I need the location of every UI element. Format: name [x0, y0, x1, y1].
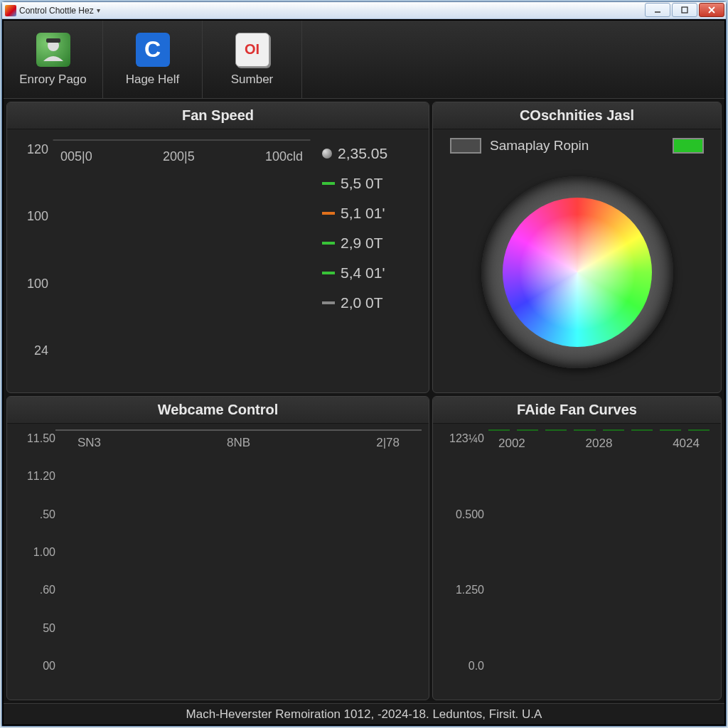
- panel-fan-speed: Fan Speed 12010010024 005|0200|5100cld: [6, 102, 429, 393]
- fan-curve-bar[interactable]: [545, 429, 567, 431]
- fan-curve-bar[interactable]: [517, 429, 538, 431]
- legend-row: 2,0 0T: [322, 294, 422, 311]
- avatar-icon: [36, 33, 70, 67]
- fan-speed-chart[interactable]: 005|0200|5100cld: [53, 139, 311, 141]
- svg-rect-2: [46, 38, 60, 43]
- legend-swatch-1[interactable]: [450, 138, 481, 154]
- close-button[interactable]: [699, 3, 724, 17]
- app-body: Enrory Pago C Hage Helf OI Sumber Fan Sp…: [2, 19, 726, 726]
- toolbar-item-2[interactable]: OI Sumber: [203, 21, 302, 98]
- titlebar[interactable]: Control Chottle Hez ▾: [2, 2, 726, 19]
- panel-title: FAide Fan Curves: [433, 397, 721, 424]
- status-text: Mach-Heverster Remoiration 1012, -2024-1…: [186, 707, 542, 722]
- oi-icon: OI: [235, 33, 269, 67]
- coschnities-legend: Samaplay Ropin: [450, 138, 704, 154]
- toolbar-item-1[interactable]: C Hage Helf: [103, 21, 203, 98]
- close-icon: [707, 6, 716, 14]
- toolbar-item-0[interactable]: Enrory Pago: [4, 21, 103, 98]
- c-icon: C: [136, 33, 170, 67]
- svg-rect-0: [682, 7, 687, 13]
- fan-curves-x-axis: 200220284024: [484, 437, 714, 451]
- fan-curve-bar[interactable]: [660, 429, 681, 431]
- fan-curves-chart[interactable]: 200220284024: [484, 429, 714, 431]
- toolbar: Enrory Pago C Hage Helf OI Sumber: [4, 21, 724, 99]
- title-dropdown-icon[interactable]: ▾: [97, 6, 100, 14]
- color-wheel-icon: [503, 198, 652, 347]
- panel-webcame-control: Webcame Control 11.5011.20.501.00.605000…: [6, 396, 429, 700]
- toolbar-item-label: Enrory Pago: [19, 73, 87, 87]
- maximize-icon: [680, 6, 689, 14]
- legend-label: Samaplay Ropin: [490, 138, 589, 154]
- panel-title: COschnities Jasl: [433, 102, 721, 129]
- fan-speed-x-axis: 005|0200|5100cld: [53, 149, 310, 164]
- toolbar-item-label: Hage Helf: [126, 73, 180, 87]
- webcame-x-axis: SN38NB2|78: [56, 436, 421, 450]
- fan-curve-bar[interactable]: [688, 429, 710, 431]
- statusbar: Mach-Heverster Remoiration 1012, -2024-1…: [4, 703, 724, 724]
- legend-row: 2,9 0T: [322, 235, 422, 252]
- window-title: Control Chottle Hez: [19, 6, 94, 16]
- toolbar-item-label: Sumber: [231, 73, 274, 87]
- panels-grid: Fan Speed 12010010024 005|0200|5100cld: [4, 99, 724, 703]
- app-window: Control Chottle Hez ▾ Enrory Pago C: [1, 1, 727, 727]
- panel-title: Webcame Control: [7, 397, 429, 424]
- fan-speed-y-axis: 12010010024: [14, 135, 48, 387]
- minimize-button[interactable]: [645, 3, 670, 17]
- app-icon: [5, 5, 16, 16]
- legend-row: 5,1 01': [322, 205, 422, 222]
- fan-curve-bar[interactable]: [488, 429, 510, 431]
- fan-curve-bar[interactable]: [631, 429, 653, 431]
- fan-curve-bar[interactable]: [603, 429, 624, 431]
- maximize-button[interactable]: [672, 3, 697, 17]
- panel-title: Fan Speed: [7, 102, 429, 129]
- minimize-icon: [653, 6, 662, 14]
- fan-curves-y-axis: 123¼00.5001.2500.0: [440, 429, 484, 694]
- panel-fan-curves: FAide Fan Curves 123¼00.5001.2500.0 2002…: [432, 396, 722, 700]
- legend-row: 2,35.05: [322, 145, 422, 162]
- webcame-chart[interactable]: SN38NB2|78: [55, 429, 422, 431]
- webcame-y-axis: 11.5011.20.501.00.605000: [14, 429, 55, 694]
- fan-speed-legend: 2,35.055,5 0T5,1 01'2,9 0T5,4 01'2,0 0T: [315, 135, 422, 387]
- panel-coschnities: COschnities Jasl Samaplay Ropin: [432, 102, 722, 393]
- fan-curve-bar[interactable]: [574, 429, 595, 431]
- legend-swatch-2[interactable]: [673, 138, 704, 154]
- legend-row: 5,5 0T: [322, 175, 422, 192]
- legend-row: 5,4 01': [322, 264, 422, 282]
- color-wheel-dial[interactable]: [481, 176, 673, 368]
